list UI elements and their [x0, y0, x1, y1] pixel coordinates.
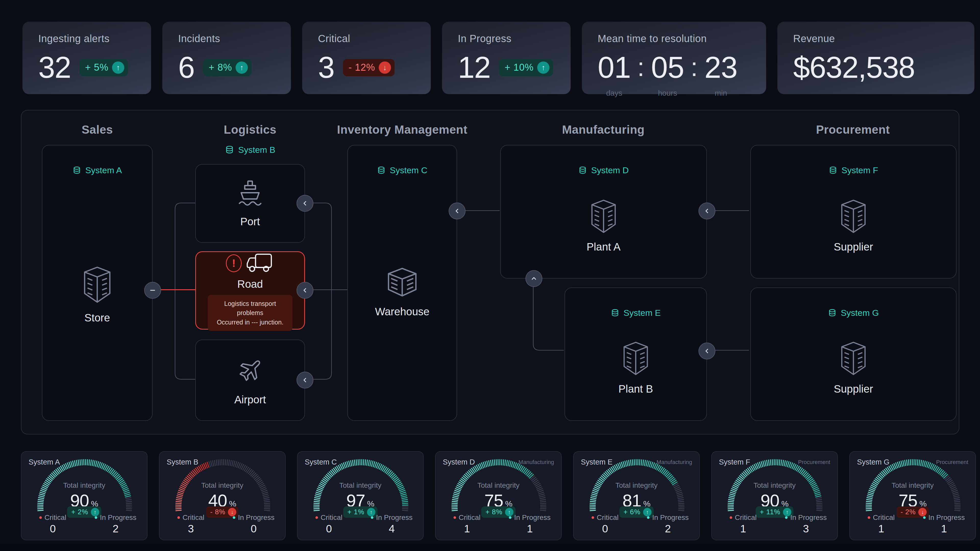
critical-label: Critical [321, 513, 342, 522]
system-e-expand-button[interactable] [698, 343, 715, 359]
critical-label: Critical [183, 513, 204, 522]
kpi-value: $632,538 [793, 51, 915, 84]
system-gauges-row: System A Total integrity 90 % + 2% ↑ Cri… [21, 451, 977, 540]
truck-icon [244, 252, 274, 275]
road-card-alert[interactable]: ! Road Logistics transport problems Occu… [195, 251, 305, 330]
gauge-in-progress-stat: In Progress 2 [84, 513, 147, 535]
supplier-f-node[interactable]: Supplier [751, 198, 956, 253]
chevron-up-icon [529, 274, 538, 283]
chevron-left-icon [452, 206, 462, 216]
database-icon [377, 166, 386, 175]
in-progress-dot-icon [95, 516, 97, 519]
store-building-icon [82, 265, 113, 304]
gauge-in-progress-stat: In Progress 1 [913, 513, 975, 535]
kpi-card-mttr: Mean time to resolution 01 days : 05 hou… [582, 22, 766, 94]
plant-building-icon [589, 198, 618, 234]
system-gauge-card: System C Total integrity 97 % + 1% ↑ Cri… [297, 451, 424, 540]
in-progress-label: In Progress [376, 513, 412, 522]
in-progress-dot-icon [785, 516, 788, 519]
kpi-card-revenue: Revenue $632,538 [777, 22, 974, 94]
kpi-value: 3 [318, 51, 334, 84]
kpi-label: Mean time to resolution [598, 33, 750, 44]
chevron-left-icon [702, 206, 711, 216]
gauge-title: Total integrity [159, 481, 285, 489]
in-progress-label: In Progress [100, 513, 136, 522]
alert-message: Logistics transport problems Occurred in… [208, 295, 293, 331]
critical-label: Critical [597, 513, 619, 522]
airport-expand-button[interactable] [297, 372, 313, 389]
in-progress-label: In Progress [514, 513, 550, 522]
ship-icon [236, 179, 264, 208]
in-progress-dot-icon [509, 516, 511, 519]
critical-dot-icon [730, 516, 732, 519]
system-e-label: System E [565, 308, 706, 318]
gauge-critical-stat: Critical 0 [298, 513, 360, 535]
database-icon [225, 145, 234, 154]
kpi-label: In Progress [458, 33, 555, 44]
plant-a-expand-button[interactable] [525, 270, 542, 287]
trend-arrow-icon: ↑ [235, 62, 248, 74]
critical-dot-icon [592, 516, 594, 519]
bottom-strip [0, 544, 980, 551]
port-expand-button[interactable] [297, 195, 313, 212]
delta-text: + 8% [209, 62, 232, 73]
delta-badge: - 12% ↓ [343, 59, 395, 76]
system-c-label: System C [348, 165, 457, 175]
system-e-card[interactable]: System E Plant B [565, 287, 707, 421]
delta-badge: + 10% ↑ [499, 59, 553, 76]
critical-label: Critical [45, 513, 66, 522]
critical-value: 1 [740, 523, 746, 535]
supplier-building-icon [839, 198, 868, 234]
collapse-connector-button[interactable] [144, 282, 161, 299]
system-c-card[interactable]: System C Warehouse [347, 145, 457, 421]
road-expand-button[interactable] [297, 282, 313, 299]
in-progress-dot-icon [923, 516, 926, 519]
system-g-card[interactable]: System G Supplier [750, 287, 956, 421]
gauge-critical-stat: Critical 0 [21, 513, 84, 535]
kpi-row: Ingesting alerts 32 + 5% ↑ Incidents 6 +… [22, 22, 977, 94]
in-progress-value: 3 [803, 523, 809, 535]
gauge-critical-stat: Critical 1 [712, 513, 775, 535]
column-title-procurement: Procurement [816, 123, 890, 137]
column-title-logistics: Logistics [224, 123, 277, 137]
system-a-card[interactable]: System A Store [42, 145, 153, 421]
system-d-label: System D [501, 165, 706, 175]
gauge-critical-stat: Critical 0 [574, 513, 636, 535]
airport-card[interactable]: Airport [195, 340, 305, 421]
mttr-days: 01 [598, 51, 631, 84]
system-f-card[interactable]: System F Supplier [750, 145, 956, 279]
gauge-title: Total integrity [574, 481, 699, 489]
column-title-inventory: Inventory Management [337, 123, 468, 137]
kpi-value: 6 [178, 51, 194, 84]
database-icon [611, 309, 619, 318]
system-d-card[interactable]: System D Plant A [500, 145, 707, 279]
trend-arrow-icon: ↓ [379, 62, 391, 74]
plant-a-node[interactable]: Plant A [501, 198, 706, 253]
gauge-in-progress-stat: In Progress 1 [498, 513, 561, 535]
airplane-icon [234, 355, 266, 386]
gauge-title: Total integrity [436, 481, 561, 489]
in-progress-value: 4 [389, 523, 395, 535]
in-progress-label: In Progress [928, 513, 965, 522]
mttr-clock: 01 days : 05 hours : 23 min [598, 51, 750, 97]
in-progress-label: In Progress [652, 513, 689, 522]
system-c-expand-button[interactable] [449, 203, 466, 219]
kpi-card-in-progress: In Progress 12 + 10% ↑ [442, 22, 571, 94]
critical-dot-icon [453, 516, 456, 519]
system-d-expand-button[interactable] [698, 203, 715, 219]
delta-badge: + 5% ↑ [80, 59, 128, 76]
system-gauge-card: System G Procurement Total integrity 75 … [850, 451, 976, 540]
kpi-label: Ingesting alerts [38, 33, 135, 44]
in-progress-dot-icon [647, 516, 649, 519]
gauge-in-progress-stat: In Progress 3 [775, 513, 837, 535]
plant-b-node[interactable]: Plant B [565, 341, 706, 395]
supplier-g-node[interactable]: Supplier [751, 341, 956, 395]
warehouse-node[interactable]: Warehouse [348, 266, 457, 318]
port-card[interactable]: Port [195, 164, 305, 243]
kpi-card-critical: Critical 3 - 12% ↓ [302, 22, 431, 94]
system-b-label: System B [225, 145, 275, 155]
store-node[interactable]: Store [42, 265, 152, 324]
database-icon [829, 166, 837, 175]
kpi-card-incidents: Incidents 6 + 8% ↑ [162, 22, 291, 94]
system-a-label: System A [42, 165, 152, 175]
